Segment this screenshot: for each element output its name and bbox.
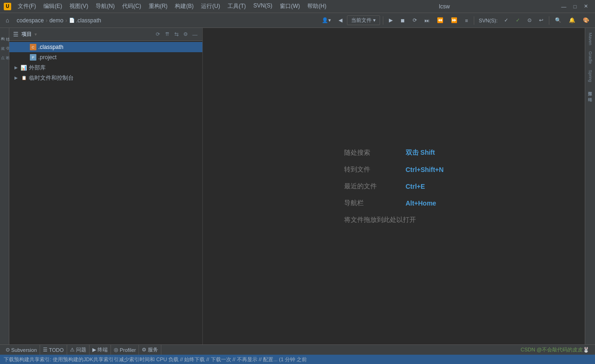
more-btn[interactable]: ≡ [462, 17, 470, 24]
hint-recent-shortcut: Ctrl+E [406, 183, 425, 190]
status-terminal[interactable]: ▶ 终端 [90, 345, 111, 355]
forward-btn[interactable]: ⏩ [448, 16, 460, 24]
hint-navbar-shortcut: Alt+Home [406, 199, 436, 207]
toolbar: ⌂ codespace › demo › 📄 .classpath 👤▾ ◀ 当… [0, 13, 595, 28]
menu-tools[interactable]: 工具(T) [224, 1, 249, 11]
sidebar-title-arrow[interactable]: ▾ [35, 32, 37, 37]
breadcrumb: codespace › demo › 📄 .classpath [14, 17, 104, 24]
toolbar-right: 👤▾ ◀ 当前文件 ▾ ▶ ⏹ ⟳ ⏭ ⏪ ⏩ ≡ SVN(S): ✓ ✓ ⊙ … [319, 15, 592, 25]
tree-item-classpath[interactable]: C .classpath [9, 42, 202, 52]
sidebar-btn-expand[interactable]: ⇆ [173, 31, 180, 38]
title-bar: U 文件(F) 编辑(E) 视图(V) 导航(N) 代码(C) 重构(R) 构建… [0, 0, 595, 13]
svn-clock[interactable]: ⊙ [525, 16, 534, 24]
run-btn[interactable]: ▶ [386, 16, 395, 24]
status-bar: ⊙ Subversion ☰ TODO ⚠ 问题 ▶ 终端 ◎ Profiler… [0, 344, 595, 355]
sidebar-btn-refresh[interactable]: ⟳ [154, 31, 161, 38]
menu-view[interactable]: 视图(V) [66, 1, 92, 11]
sidebar-header: ☰ 项目 ▾ ⟳ ⇈ ⇆ ⚙ — [9, 28, 202, 41]
tree-item-project[interactable]: P .project [9, 52, 202, 62]
status-problems[interactable]: ⚠ 问题 [67, 345, 90, 355]
menu-navigate[interactable]: 导航(N) [92, 1, 118, 11]
right-sidebar-icons: Maven Gradle Spring 数据库 终端 [585, 28, 595, 344]
breadcrumb-codespace[interactable]: codespace [17, 17, 44, 24]
user-icon[interactable]: 👤▾ [319, 16, 334, 24]
hint-search: 随处搜索 双击 Shift [344, 149, 444, 157]
menu-window[interactable]: 窗口(W) [276, 1, 304, 11]
status-todo[interactable]: ☰ TODO [40, 345, 67, 355]
notification-bar: 下载预构建共享索引: 使用预构建的JDK共享索引引减少索引时间和 CPU 负载 … [0, 355, 595, 364]
main-layout: 结构 收藏 断点 ☰ 项目 ▾ ⟳ ⇈ ⇆ ⚙ — C .classpath [0, 28, 595, 344]
temp-icon: 📋 [21, 75, 27, 81]
problems-icon: ⚠ [70, 347, 75, 353]
tree-item-libs[interactable]: ▶ 📊 外部库 [9, 62, 202, 73]
menu-refactor[interactable]: 重构(R) [145, 1, 172, 11]
svn-check2[interactable]: ✓ [513, 16, 523, 24]
welcome-hints: 随处搜索 双击 Shift 转到文件 Ctrl+Shift+N 最近的文件 Ct… [344, 149, 444, 224]
breadcrumb-sep-1: › [46, 17, 48, 24]
status-subversion[interactable]: ⊙ Subversion [3, 345, 40, 355]
svn-check1[interactable]: ✓ [501, 16, 511, 24]
menu-build[interactable]: 构建(B) [171, 1, 197, 11]
notification-btn[interactable]: 🔔 [566, 16, 578, 24]
subversion-icon: ⊙ [6, 347, 10, 353]
breadcrumb-classpath-label: .classpath [76, 17, 101, 24]
current-file-btn[interactable]: 当前文件 ▾ [347, 15, 380, 25]
breadcrumb-classpath[interactable]: 📄 .classpath [69, 17, 101, 24]
right-icon-terminal[interactable]: 终端 [586, 91, 595, 97]
right-icon-gradle[interactable]: Gradle [586, 48, 595, 67]
menu-svn[interactable]: SVN(S) [249, 1, 276, 11]
left-icon-breakpoints[interactable]: 断点 [0, 48, 9, 57]
terminal-icon: ▶ [92, 347, 96, 353]
restart-btn[interactable]: ⟳ [410, 16, 420, 24]
temp-arrow[interactable]: ▶ [13, 75, 19, 81]
menu-file[interactable]: 文件(F) [14, 1, 40, 11]
status-profiler[interactable]: ◎ Profiler [111, 345, 139, 355]
search-btn[interactable]: 🔍 [552, 16, 564, 24]
left-icon-bookmark[interactable]: 收藏 [0, 39, 9, 48]
sidebar-header-icon: ☰ [13, 31, 19, 38]
back-btn[interactable]: ◀ [336, 16, 345, 24]
temp-label: 临时文件和控制台 [29, 74, 199, 82]
theme-btn[interactable]: 🎨 [580, 16, 592, 24]
step-btn[interactable]: ⏭ [422, 17, 432, 24]
svn-undo[interactable]: ↩ [536, 16, 546, 24]
tree-item-temp[interactable]: ▶ 📋 临时文件和控制台 [9, 73, 202, 83]
title-bar-left: U 文件(F) 编辑(E) 视图(V) 导航(N) 代码(C) 重构(R) 构建… [4, 1, 330, 11]
editor-area: 随处搜索 双击 Shift 转到文件 Ctrl+Shift+N 最近的文件 Ct… [203, 28, 585, 344]
svn-label: SVN(S): [477, 18, 499, 23]
classpath-label: .classpath [38, 44, 199, 50]
breadcrumb-demo[interactable]: demo [49, 17, 63, 24]
menu-bar: 文件(F) 编辑(E) 视图(V) 导航(N) 代码(C) 重构(R) 构建(B… [14, 1, 330, 11]
right-icon-spring[interactable]: Spring [586, 67, 595, 85]
hint-navbar-label: 导航栏 [344, 199, 400, 207]
todo-icon: ☰ [43, 347, 48, 353]
libs-arrow[interactable]: ▶ [13, 65, 19, 70]
sidebar-btn-settings[interactable]: ⚙ [182, 31, 189, 38]
status-services[interactable]: ⚙ 服务 [139, 345, 161, 355]
minimize-button[interactable]: — [559, 3, 569, 10]
menu-code[interactable]: 代码(C) [118, 1, 145, 11]
back2-btn[interactable]: ⏪ [434, 16, 446, 24]
toolbar-sep-3 [549, 16, 549, 25]
hint-search-shortcut: 双击 Shift [406, 149, 435, 157]
hint-goto-label: 转到文件 [344, 165, 400, 174]
menu-run[interactable]: 运行(U) [197, 1, 224, 11]
sidebar-btn-collapse[interactable]: ⇈ [163, 31, 171, 38]
toolbar-sep-1 [383, 16, 383, 25]
sidebar-btn-hide[interactable]: — [191, 31, 199, 38]
toolbar-icon-home[interactable]: ⌂ [3, 16, 12, 25]
menu-edit[interactable]: 编辑(E) [40, 1, 66, 11]
menu-help[interactable]: 帮助(H) [304, 1, 330, 11]
window-controls: — □ ✕ [559, 3, 591, 10]
right-icon-db[interactable]: 数据库 [586, 85, 595, 91]
hint-goto-file: 转到文件 Ctrl+Shift+N [344, 165, 444, 174]
maximize-button[interactable]: □ [570, 3, 580, 10]
hint-recent: 最近的文件 Ctrl+E [344, 182, 444, 191]
terminal-label: 终端 [97, 346, 108, 353]
stop-btn[interactable]: ⏹ [397, 17, 408, 24]
tree-no-arrow2 [22, 55, 28, 60]
hint-drag: 将文件拖放到此处以打开 [344, 216, 444, 224]
close-button[interactable]: ✕ [581, 3, 591, 10]
left-icon-structure[interactable]: 结构 [0, 30, 9, 38]
right-icon-maven[interactable]: Maven [586, 30, 595, 48]
